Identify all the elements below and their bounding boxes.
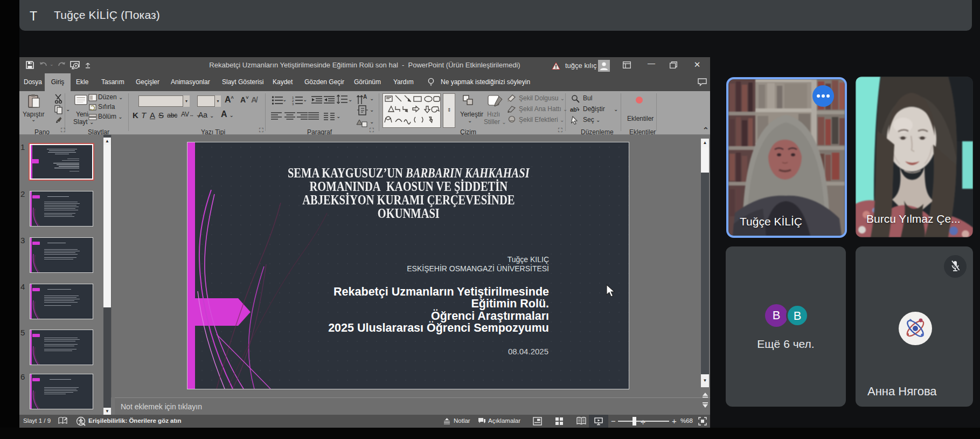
svg-text:3: 3	[292, 102, 294, 106]
svg-text:ab: ab	[570, 106, 577, 113]
svg-text:A: A	[363, 94, 367, 100]
